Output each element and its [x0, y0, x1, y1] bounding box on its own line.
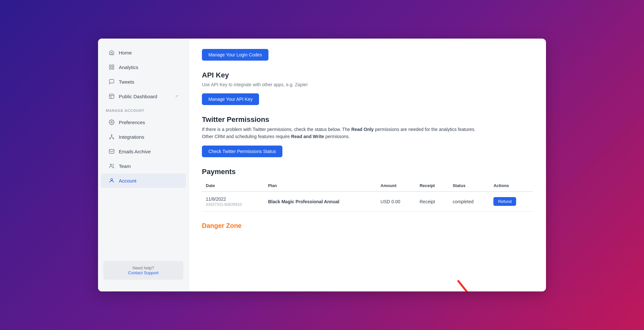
contact-support-link[interactable]: Contact Support — [108, 270, 178, 275]
svg-rect-2 — [109, 68, 111, 69]
help-box[interactable]: Need help? Contact Support — [103, 261, 183, 280]
home-icon — [108, 49, 115, 56]
sidebar-item-integrations[interactable]: Integrations — [101, 130, 186, 144]
sidebar-item-integrations-label: Integrations — [119, 134, 144, 140]
payment-date-sub: 43437331-60626910 — [206, 202, 260, 207]
payment-plan: Black Magic Professional Annual — [264, 192, 377, 212]
main-content: Manage Your Login Codes API Key Use API … — [189, 39, 546, 291]
tweets-icon — [108, 78, 115, 85]
api-key-desc: Use API Key to integrate with other apps… — [202, 81, 533, 88]
col-status: Status — [449, 180, 489, 192]
twitter-permissions-title: Twitter Permissions — [202, 115, 533, 124]
manage-account-label: MANAGE ACCOUNT — [103, 107, 183, 114]
api-key-section: API Key Use API Key to integrate with ot… — [202, 71, 533, 105]
sidebar-item-emails-archive[interactable]: Emails Archive — [101, 144, 186, 159]
team-icon — [108, 163, 115, 169]
sidebar-item-team[interactable]: Team — [101, 159, 186, 173]
sidebar-item-analytics[interactable]: Analytics — [101, 60, 186, 74]
svg-point-8 — [113, 138, 114, 139]
sidebar-item-public-dashboard[interactable]: Public Dashboard ↗ — [101, 89, 186, 103]
sidebar-item-account-label: Account — [119, 178, 136, 183]
twitter-read-write: Read and Write — [291, 134, 324, 139]
gear-icon — [108, 119, 115, 125]
sidebar: Home Analytics — [98, 39, 189, 291]
payments-table-body: 11/8/2022 43437331-60626910 Black Magic … — [202, 192, 533, 212]
svg-point-5 — [111, 122, 113, 123]
danger-zone-section: Danger Zone — [202, 222, 533, 230]
twitter-desc-prefix: If there is a problem with Twitter permi… — [202, 127, 351, 132]
public-dashboard-icon — [108, 93, 115, 100]
svg-point-11 — [111, 179, 113, 181]
external-link-icon: ↗ — [175, 94, 178, 99]
twitter-permissions-desc: If there is a problem with Twitter permi… — [202, 126, 481, 140]
sidebar-item-home-label: Home — [119, 50, 132, 55]
svg-point-6 — [111, 135, 112, 136]
sidebar-item-tweets[interactable]: Tweets — [101, 75, 186, 89]
manage-login-btn-row: Manage Your Login Codes — [202, 49, 533, 61]
sidebar-item-account[interactable]: Account — [101, 173, 186, 188]
payment-actions: Refund — [489, 192, 533, 212]
sidebar-item-team-label: Team — [119, 163, 131, 169]
payment-receipt[interactable]: Receipt — [416, 192, 449, 212]
help-title: Need help? — [108, 265, 178, 270]
payment-amount[interactable]: USD 0.00 — [377, 192, 415, 212]
danger-zone-title: Danger Zone — [202, 222, 533, 230]
payment-row-0: 11/8/2022 43437331-60626910 Black Magic … — [202, 192, 533, 212]
payments-title: Payments — [202, 168, 533, 176]
svg-line-12 — [458, 281, 484, 291]
red-arrow-annotation — [455, 278, 494, 291]
col-plan: Plan — [264, 180, 377, 192]
payments-header-row: Date Plan Amount Receipt Status Actions — [202, 180, 533, 192]
svg-rect-1 — [112, 65, 114, 66]
integrations-icon — [108, 134, 115, 140]
manage-api-key-button[interactable]: Manage Your API Key — [202, 93, 259, 105]
payments-section: Payments Date Plan Amount Receipt Status… — [202, 168, 533, 212]
payments-table: Date Plan Amount Receipt Status Actions … — [202, 180, 533, 212]
payment-status: completed — [449, 192, 489, 212]
check-twitter-permissions-button[interactable]: Check Twitter Permissions Status — [202, 146, 282, 157]
account-icon — [108, 177, 115, 184]
svg-rect-4 — [109, 94, 114, 99]
sidebar-item-public-dashboard-label: Public Dashboard — [119, 94, 157, 99]
sidebar-item-tweets-label: Tweets — [119, 79, 134, 85]
col-date: Date — [202, 180, 264, 192]
svg-point-7 — [109, 138, 110, 139]
manage-login-codes-button[interactable]: Manage Your Login Codes — [202, 49, 268, 61]
sidebar-item-preferences-label: Preferences — [119, 120, 145, 125]
svg-rect-0 — [109, 65, 111, 66]
col-actions: Actions — [489, 180, 533, 192]
twitter-desc-suffix: permissons. — [324, 134, 350, 139]
payment-date-value: 11/8/2022 — [206, 196, 260, 202]
svg-rect-3 — [112, 68, 114, 69]
api-key-title: API Key — [202, 71, 533, 79]
sidebar-item-analytics-label: Analytics — [119, 65, 138, 70]
sidebar-footer: Need help? Contact Support — [98, 256, 189, 285]
analytics-icon — [108, 64, 115, 70]
payment-date: 11/8/2022 43437331-60626910 — [202, 192, 264, 212]
payment-plan-name: Black Magic Professional Annual — [268, 199, 340, 204]
sidebar-nav: Home Analytics — [98, 45, 189, 256]
email-icon — [108, 148, 115, 155]
sidebar-item-emails-archive-label: Emails Archive — [119, 149, 151, 154]
sidebar-item-preferences[interactable]: Preferences — [101, 115, 186, 129]
col-amount: Amount — [377, 180, 415, 192]
payments-table-head: Date Plan Amount Receipt Status Actions — [202, 180, 533, 192]
app-container: Home Analytics — [98, 39, 546, 291]
sidebar-item-home[interactable]: Home — [101, 45, 186, 60]
twitter-read-only: Read Only — [351, 127, 374, 132]
twitter-permissions-section: Twitter Permissions If there is a proble… — [202, 115, 533, 157]
refund-button[interactable]: Refund — [493, 197, 516, 206]
svg-rect-9 — [109, 149, 114, 153]
svg-point-10 — [110, 164, 112, 166]
col-receipt: Receipt — [416, 180, 449, 192]
